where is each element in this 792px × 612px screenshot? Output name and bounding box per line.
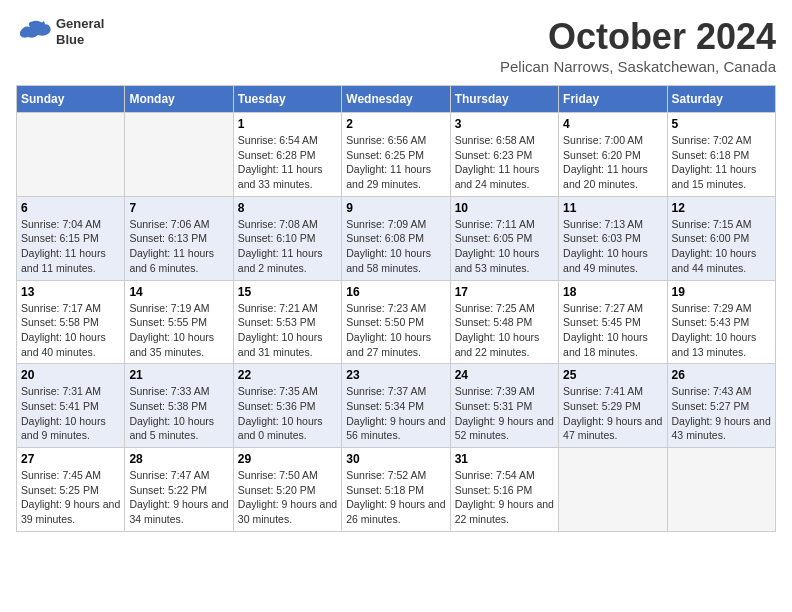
calendar-cell [125, 113, 233, 197]
day-number: 24 [455, 368, 554, 382]
day-info: Sunrise: 7:54 AMSunset: 5:16 PMDaylight:… [455, 468, 554, 527]
day-info: Sunrise: 7:50 AMSunset: 5:20 PMDaylight:… [238, 468, 337, 527]
logo-icon [16, 17, 52, 47]
day-number: 1 [238, 117, 337, 131]
day-info: Sunrise: 7:13 AMSunset: 6:03 PMDaylight:… [563, 217, 662, 276]
day-number: 15 [238, 285, 337, 299]
day-number: 10 [455, 201, 554, 215]
day-number: 5 [672, 117, 771, 131]
week-row-1: 1Sunrise: 6:54 AMSunset: 6:28 PMDaylight… [17, 113, 776, 197]
title-block: October 2024 Pelican Narrows, Saskatchew… [500, 16, 776, 75]
day-info: Sunrise: 7:11 AMSunset: 6:05 PMDaylight:… [455, 217, 554, 276]
calendar-table: SundayMondayTuesdayWednesdayThursdayFrid… [16, 85, 776, 532]
day-number: 12 [672, 201, 771, 215]
day-number: 20 [21, 368, 120, 382]
calendar-cell: 15Sunrise: 7:21 AMSunset: 5:53 PMDayligh… [233, 280, 341, 364]
day-info: Sunrise: 7:09 AMSunset: 6:08 PMDaylight:… [346, 217, 445, 276]
calendar-cell: 4Sunrise: 7:00 AMSunset: 6:20 PMDaylight… [559, 113, 667, 197]
day-info: Sunrise: 7:15 AMSunset: 6:00 PMDaylight:… [672, 217, 771, 276]
day-number: 11 [563, 201, 662, 215]
day-info: Sunrise: 7:37 AMSunset: 5:34 PMDaylight:… [346, 384, 445, 443]
calendar-cell: 30Sunrise: 7:52 AMSunset: 5:18 PMDayligh… [342, 448, 450, 532]
day-number: 13 [21, 285, 120, 299]
day-number: 14 [129, 285, 228, 299]
day-number: 19 [672, 285, 771, 299]
day-number: 3 [455, 117, 554, 131]
day-info: Sunrise: 6:58 AMSunset: 6:23 PMDaylight:… [455, 133, 554, 192]
day-number: 27 [21, 452, 120, 466]
calendar-cell: 3Sunrise: 6:58 AMSunset: 6:23 PMDaylight… [450, 113, 558, 197]
calendar-cell: 25Sunrise: 7:41 AMSunset: 5:29 PMDayligh… [559, 364, 667, 448]
day-info: Sunrise: 7:33 AMSunset: 5:38 PMDaylight:… [129, 384, 228, 443]
calendar-cell: 12Sunrise: 7:15 AMSunset: 6:00 PMDayligh… [667, 196, 775, 280]
day-info: Sunrise: 7:27 AMSunset: 5:45 PMDaylight:… [563, 301, 662, 360]
calendar-cell: 23Sunrise: 7:37 AMSunset: 5:34 PMDayligh… [342, 364, 450, 448]
calendar-cell: 29Sunrise: 7:50 AMSunset: 5:20 PMDayligh… [233, 448, 341, 532]
calendar-cell: 28Sunrise: 7:47 AMSunset: 5:22 PMDayligh… [125, 448, 233, 532]
day-number: 30 [346, 452, 445, 466]
day-number: 7 [129, 201, 228, 215]
day-info: Sunrise: 7:00 AMSunset: 6:20 PMDaylight:… [563, 133, 662, 192]
day-header-friday: Friday [559, 86, 667, 113]
calendar-cell: 31Sunrise: 7:54 AMSunset: 5:16 PMDayligh… [450, 448, 558, 532]
day-info: Sunrise: 7:19 AMSunset: 5:55 PMDaylight:… [129, 301, 228, 360]
calendar-cell [17, 113, 125, 197]
day-number: 21 [129, 368, 228, 382]
calendar-cell: 7Sunrise: 7:06 AMSunset: 6:13 PMDaylight… [125, 196, 233, 280]
calendar-cell: 13Sunrise: 7:17 AMSunset: 5:58 PMDayligh… [17, 280, 125, 364]
day-info: Sunrise: 7:23 AMSunset: 5:50 PMDaylight:… [346, 301, 445, 360]
page-header: General Blue October 2024 Pelican Narrow… [16, 16, 776, 75]
calendar-cell: 16Sunrise: 7:23 AMSunset: 5:50 PMDayligh… [342, 280, 450, 364]
day-info: Sunrise: 7:29 AMSunset: 5:43 PMDaylight:… [672, 301, 771, 360]
calendar-cell: 9Sunrise: 7:09 AMSunset: 6:08 PMDaylight… [342, 196, 450, 280]
day-info: Sunrise: 6:56 AMSunset: 6:25 PMDaylight:… [346, 133, 445, 192]
day-info: Sunrise: 7:35 AMSunset: 5:36 PMDaylight:… [238, 384, 337, 443]
logo-text: General Blue [56, 16, 104, 47]
location: Pelican Narrows, Saskatchewan, Canada [500, 58, 776, 75]
day-header-tuesday: Tuesday [233, 86, 341, 113]
week-row-2: 6Sunrise: 7:04 AMSunset: 6:15 PMDaylight… [17, 196, 776, 280]
day-number: 28 [129, 452, 228, 466]
day-info: Sunrise: 7:52 AMSunset: 5:18 PMDaylight:… [346, 468, 445, 527]
day-number: 22 [238, 368, 337, 382]
day-info: Sunrise: 7:06 AMSunset: 6:13 PMDaylight:… [129, 217, 228, 276]
calendar-cell: 27Sunrise: 7:45 AMSunset: 5:25 PMDayligh… [17, 448, 125, 532]
calendar-cell: 19Sunrise: 7:29 AMSunset: 5:43 PMDayligh… [667, 280, 775, 364]
day-header-monday: Monday [125, 86, 233, 113]
day-number: 25 [563, 368, 662, 382]
day-number: 31 [455, 452, 554, 466]
calendar-cell [559, 448, 667, 532]
day-header-sunday: Sunday [17, 86, 125, 113]
calendar-cell: 5Sunrise: 7:02 AMSunset: 6:18 PMDaylight… [667, 113, 775, 197]
day-info: Sunrise: 7:39 AMSunset: 5:31 PMDaylight:… [455, 384, 554, 443]
day-number: 29 [238, 452, 337, 466]
day-number: 9 [346, 201, 445, 215]
calendar-cell: 20Sunrise: 7:31 AMSunset: 5:41 PMDayligh… [17, 364, 125, 448]
week-row-4: 20Sunrise: 7:31 AMSunset: 5:41 PMDayligh… [17, 364, 776, 448]
day-info: Sunrise: 7:17 AMSunset: 5:58 PMDaylight:… [21, 301, 120, 360]
week-row-5: 27Sunrise: 7:45 AMSunset: 5:25 PMDayligh… [17, 448, 776, 532]
calendar-cell [667, 448, 775, 532]
day-number: 17 [455, 285, 554, 299]
calendar-cell: 21Sunrise: 7:33 AMSunset: 5:38 PMDayligh… [125, 364, 233, 448]
calendar-cell: 11Sunrise: 7:13 AMSunset: 6:03 PMDayligh… [559, 196, 667, 280]
day-info: Sunrise: 7:25 AMSunset: 5:48 PMDaylight:… [455, 301, 554, 360]
logo: General Blue [16, 16, 104, 47]
calendar-cell: 6Sunrise: 7:04 AMSunset: 6:15 PMDaylight… [17, 196, 125, 280]
week-row-3: 13Sunrise: 7:17 AMSunset: 5:58 PMDayligh… [17, 280, 776, 364]
calendar-cell: 2Sunrise: 6:56 AMSunset: 6:25 PMDaylight… [342, 113, 450, 197]
day-number: 18 [563, 285, 662, 299]
day-number: 6 [21, 201, 120, 215]
calendar-cell: 24Sunrise: 7:39 AMSunset: 5:31 PMDayligh… [450, 364, 558, 448]
calendar-cell: 8Sunrise: 7:08 AMSunset: 6:10 PMDaylight… [233, 196, 341, 280]
day-info: Sunrise: 7:08 AMSunset: 6:10 PMDaylight:… [238, 217, 337, 276]
month-title: October 2024 [500, 16, 776, 58]
day-number: 16 [346, 285, 445, 299]
day-info: Sunrise: 6:54 AMSunset: 6:28 PMDaylight:… [238, 133, 337, 192]
day-number: 26 [672, 368, 771, 382]
day-info: Sunrise: 7:21 AMSunset: 5:53 PMDaylight:… [238, 301, 337, 360]
day-info: Sunrise: 7:04 AMSunset: 6:15 PMDaylight:… [21, 217, 120, 276]
day-info: Sunrise: 7:43 AMSunset: 5:27 PMDaylight:… [672, 384, 771, 443]
calendar-cell: 14Sunrise: 7:19 AMSunset: 5:55 PMDayligh… [125, 280, 233, 364]
day-number: 23 [346, 368, 445, 382]
